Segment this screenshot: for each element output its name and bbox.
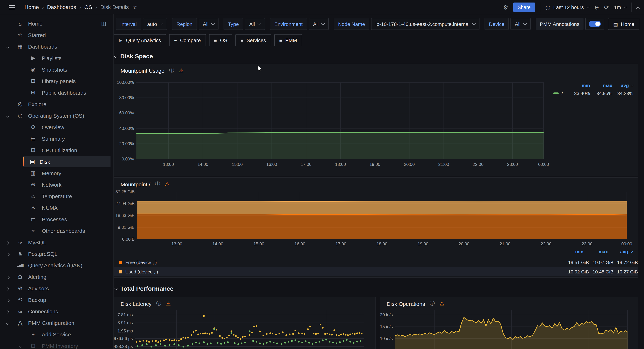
mountpoint-root-chart[interactable]: 0.00 B9.31 GiB18.63 GiB27.94 GiB37.25 Gi… (114, 187, 638, 248)
sidebar-item-starred[interactable]: ☆Starred (3, 29, 110, 41)
sidebar-item-playlists[interactable]: ▶Playlists (3, 52, 110, 64)
sidebar-item-memory[interactable]: ▥Memory (3, 167, 110, 179)
sidebar-item-cpu-utilization[interactable]: ⊡CPU utilization (3, 144, 110, 156)
home-dashboard-button[interactable]: ▤ Home (608, 18, 639, 30)
legend-row-used[interactable]: Used (device , ) 10.02 GiB 10.48 GiB 10.… (114, 267, 638, 276)
legend-avg-header[interactable]: avg (612, 83, 633, 88)
compare-button[interactable]: ϟCompare (169, 34, 206, 46)
chevron-right-icon[interactable] (6, 251, 9, 257)
sidebar-item-connections[interactable]: ∞Connections (3, 306, 110, 317)
mountpoint-usage-chart[interactable]: 0.00%20.00%40.00%60.00%80.00%100.00%13:0… (114, 78, 552, 168)
sidebar-item-pmm-configuration[interactable]: ⋀PMM Configuration (3, 317, 110, 329)
legend-max-header[interactable]: max (590, 83, 612, 88)
sidebar-item-advisors[interactable]: ⊚Advisors (3, 283, 110, 294)
sidebar-item-network[interactable]: ⊕Network (3, 179, 110, 190)
chevron-right-icon[interactable] (6, 274, 9, 280)
filter-value-node-name[interactable]: ip-10-178-1-40.us-east-2.compute.interna… (371, 18, 480, 30)
sidebar-item-dashboards[interactable]: ▦Dashboards (3, 41, 110, 52)
sidebar-item-disk[interactable]: ▣Disk (23, 156, 110, 167)
chevron-down-icon[interactable] (6, 43, 9, 49)
services-button[interactable]: ≡Services (236, 34, 271, 46)
legend-series-row[interactable]: / 33.40% 34.95% 34.23% (553, 89, 635, 97)
sidebar-item-mysql[interactable]: ∿MySQL (3, 236, 110, 248)
sidebar-item-backup[interactable]: ⟲Backup (3, 294, 110, 306)
sidebar-item-alerting[interactable]: ΩAlerting (3, 271, 110, 283)
sidebar-item-operating-system-os[interactable]: ◷Operating System (OS) (3, 110, 110, 121)
legend-row-free[interactable]: Free (device , ) 19.51 GiB 19.97 GiB 19.… (114, 258, 638, 267)
dashboard-variables-row: IntervalautoRegionAllTypeAllEnvironmentA… (116, 18, 607, 30)
dock-sidebar-icon[interactable]: ◫ (101, 20, 106, 27)
sidebar-item-home[interactable]: ⌂Home◫ (3, 18, 110, 29)
dashboard-settings-gear-icon[interactable]: ⚙ (503, 4, 508, 10)
legend-min-header[interactable]: min (559, 249, 584, 254)
sidebar-item-temperature[interactable]: ♨Temperature (3, 190, 110, 202)
collapse-controls-chevron-up-icon[interactable] (636, 6, 640, 10)
filter-value-environment[interactable]: All (309, 18, 329, 30)
legend-max-header[interactable]: max (584, 249, 608, 254)
warning-triangle-icon[interactable]: ⚠ (179, 67, 184, 74)
refresh-icon[interactable]: ⟳ (604, 4, 609, 10)
section-disk-space[interactable]: Disk Space (114, 53, 153, 60)
sidebar-item-explore[interactable]: ◎Explore (3, 98, 110, 110)
sidebar-item-query-analytics-qan[interactable]: ▂▅▇Query Analytics (QAN) (3, 259, 110, 271)
refresh-interval-picker[interactable]: 1m (614, 4, 626, 10)
panel-title-row[interactable]: Disk Operations ⓘ ⚠ (386, 301, 444, 307)
chevron-down-icon[interactable] (6, 112, 9, 119)
legend-avg-header[interactable]: avg (608, 249, 632, 254)
sidebar-item-snapshots[interactable]: ◉Snapshots (3, 64, 110, 75)
breadcrumb-item-home[interactable]: Home (24, 4, 39, 10)
share-button[interactable]: Share (513, 2, 535, 12)
time-range-picker[interactable]: ◷ Last 12 hours (545, 4, 589, 10)
filter-label-region[interactable]: Region (172, 18, 197, 30)
disk-latency-chart[interactable]: 488.28 µs976.56 µs1.95 ms3.91 ms7.81 ms (114, 308, 376, 349)
filter-label-device[interactable]: Device (485, 18, 509, 30)
filter-value-device[interactable]: All (510, 18, 530, 30)
breadcrumb-item-dashboards[interactable]: Dashboards (47, 4, 76, 10)
sidebar-item-processes[interactable]: ⇄Processes (3, 213, 110, 225)
favorite-star-icon[interactable]: ☆ (133, 4, 138, 10)
info-icon[interactable]: ⓘ (156, 301, 161, 307)
filter-label-environment[interactable]: Environment (270, 18, 307, 30)
sidebar-item-library-panels[interactable]: ⊞Library panels (3, 75, 110, 87)
mountpoint-root-legend-header: min max avg (114, 249, 632, 254)
zoom-out-icon[interactable]: ⊖ (594, 4, 599, 10)
chevron-right-icon[interactable] (6, 308, 9, 314)
sidebar-item-numa[interactable]: ∗NUMA (3, 202, 110, 213)
panel-title-row[interactable]: Mountpoint / ⓘ ⚠ (120, 181, 170, 187)
panel-title-row[interactable]: Disk Latency ⓘ ⚠ (120, 301, 171, 307)
os-button[interactable]: ≡OS (209, 34, 232, 46)
warning-triangle-icon[interactable]: ⚠ (165, 181, 170, 187)
pmm-annotations-toggle[interactable] (586, 18, 604, 30)
info-icon[interactable]: ⓘ (430, 301, 435, 307)
sidebar-item-other-dashboards[interactable]: ⌖Other dashboards (3, 225, 110, 236)
chevron-right-icon[interactable] (6, 297, 9, 303)
chevron-down-icon[interactable] (6, 320, 9, 326)
sidebar-item-overview[interactable]: ⊙Overview (3, 121, 110, 133)
chevron-right-icon[interactable] (6, 239, 9, 245)
warning-triangle-icon[interactable]: ⚠ (439, 301, 444, 307)
chevron-right-icon[interactable] (6, 285, 9, 291)
chevron-down-icon[interactable] (20, 343, 22, 349)
section-total-performance[interactable]: Total Performance (114, 285, 174, 293)
sidebar-item-summary[interactable]: ▤Summary (3, 133, 110, 144)
query-analytics-button[interactable]: ⊞Query Analytics (114, 34, 166, 46)
filter-value-interval[interactable]: auto (143, 18, 167, 30)
disk-operations-chart[interactable]: 10 io/s15 io/s20 io/s (380, 308, 638, 349)
filter-label-type[interactable]: Type (224, 18, 243, 30)
filter-label-interval[interactable]: Interval (116, 18, 141, 30)
sidebar-item-postgresql[interactable]: ♞PostgreSQL (3, 248, 110, 259)
hamburger-menu-icon[interactable] (9, 5, 15, 9)
info-icon[interactable]: ⓘ (169, 67, 174, 74)
filter-value-type[interactable]: All (245, 18, 265, 30)
filter-value-region[interactable]: All (198, 18, 218, 30)
warning-triangle-icon[interactable]: ⚠ (166, 301, 171, 307)
filter-label-node-name[interactable]: Node Name (334, 18, 369, 30)
info-icon[interactable]: ⓘ (155, 181, 160, 187)
breadcrumb-item-os[interactable]: OS (84, 4, 92, 10)
sidebar-item-add-service[interactable]: +Add Service (3, 329, 110, 340)
sidebar-item-public-dashboards[interactable]: ⊞Public dashboards (3, 87, 110, 98)
legend-min-header[interactable]: min (568, 83, 590, 88)
sidebar-item-pmm-inventory[interactable]: ⊟PMM Inventory (3, 340, 110, 349)
panel-title-row[interactable]: Mountpoint Usage ⓘ ⚠ (120, 67, 184, 74)
pmm-button[interactable]: ≡PMM (274, 34, 302, 46)
